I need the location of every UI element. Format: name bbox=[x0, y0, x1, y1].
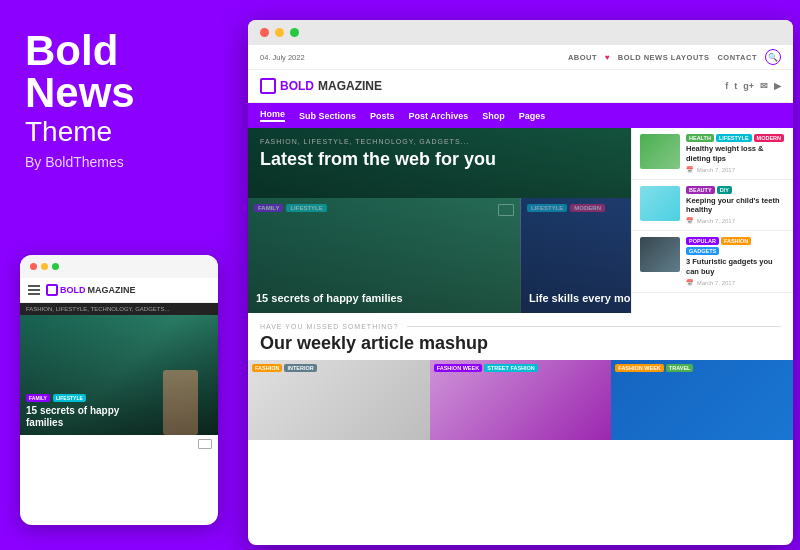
stag-health: HEALTH bbox=[686, 134, 714, 142]
email-icon[interactable]: ✉ bbox=[760, 81, 768, 91]
hero-section: FASHION, LIFESTYLE, TECHNOLOGY, GADGETS.… bbox=[248, 128, 793, 313]
mit-interior: INTERIOR bbox=[284, 364, 316, 372]
mit-travel: TRAVEL bbox=[666, 364, 694, 372]
mashup-section: HAVE YOU MISSED SOMETHING? Our weekly ar… bbox=[248, 313, 793, 360]
heart-icon: ♥ bbox=[605, 53, 610, 62]
brand-name: Bold News bbox=[25, 30, 223, 114]
sidebar-article-3-content: POPULAR FASHION GADGETS 3 Futuristic gad… bbox=[686, 237, 785, 286]
nav-shop[interactable]: Shop bbox=[482, 111, 505, 121]
mobile-tagline: FASHION, LIFESTYLE, TECHNOLOGY, GADGETS.… bbox=[20, 303, 218, 315]
article-card-1[interactable]: FAMILY LIFESTYLE 15 secrets of happy fam… bbox=[248, 198, 520, 313]
search-icon[interactable]: 🔍 bbox=[765, 49, 781, 65]
sidebar-3-tags: POPULAR FASHION GADGETS bbox=[686, 237, 785, 255]
sidebar-articles: HEALTH LIFESTYLE MODERN Healthy weight l… bbox=[631, 128, 793, 313]
sidebar-3-date: 📅 March 7, 2017 bbox=[686, 279, 785, 286]
facebook-icon[interactable]: f bbox=[725, 81, 728, 91]
sidebar-2-date: 📅 March 7, 2017 bbox=[686, 217, 785, 224]
sidebar-article-2-content: BEAUTY DIY Keeping your child's teeth he… bbox=[686, 186, 785, 225]
browser-chrome bbox=[248, 20, 793, 45]
sidebar-thumb-2 bbox=[640, 186, 680, 221]
brand-theme: Theme bbox=[25, 116, 223, 148]
hamburger-icon[interactable] bbox=[28, 285, 40, 295]
mit-fashion-1: FASHION bbox=[252, 364, 282, 372]
stag-popular: POPULAR bbox=[686, 237, 719, 245]
left-panel: Bold News Theme By BoldThemes BOLD MAGAZ… bbox=[0, 0, 248, 550]
mashup-img-1[interactable]: FASHION INTERIOR bbox=[248, 360, 430, 440]
topbar-about[interactable]: ABOUT bbox=[568, 53, 597, 62]
sidebar-3-title: 3 Futuristic gadgets you can buy bbox=[686, 257, 785, 277]
mobile-hero-title: 15 secrets of happyfamilies bbox=[26, 405, 212, 429]
mobile-bottom bbox=[20, 435, 218, 453]
mashup-img-3-tags: FASHION WEEK TRAVEL bbox=[615, 364, 693, 372]
site-topbar: 04. July 2022 ABOUT ♥ BOLD NEWS LAYOUTS … bbox=[248, 45, 793, 70]
topbar-contact[interactable]: CONTACT bbox=[717, 53, 757, 62]
sidebar-article-3[interactable]: POPULAR FASHION GADGETS 3 Futuristic gad… bbox=[632, 231, 793, 293]
browser-dot-green[interactable] bbox=[290, 28, 299, 37]
browser-dot-red[interactable] bbox=[260, 28, 269, 37]
topbar-right: ABOUT ♥ BOLD NEWS LAYOUTS CONTACT 🔍 bbox=[568, 49, 781, 65]
sidebar-2-tags: BEAUTY DIY bbox=[686, 186, 785, 194]
sidebar-1-date: 📅 March 7, 2017 bbox=[686, 166, 785, 173]
mashup-images: FASHION INTERIOR FASHION WEEK STREET FAS… bbox=[248, 360, 793, 440]
mobile-dot-red bbox=[30, 263, 37, 270]
mashup-label: HAVE YOU MISSED SOMETHING? bbox=[260, 323, 781, 330]
sidebar-1-tags: HEALTH LIFESTYLE MODERN bbox=[686, 134, 785, 142]
sidebar-article-2[interactable]: BEAUTY DIY Keeping your child's teeth he… bbox=[632, 180, 793, 232]
nav-posts[interactable]: Posts bbox=[370, 111, 395, 121]
mit-fashion-week: FASHION WEEK bbox=[434, 364, 482, 372]
topbar-left: 04. July 2022 bbox=[260, 53, 305, 62]
rss-icon[interactable]: ▶ bbox=[774, 81, 781, 91]
mobile-hero: FAMILY LIFESTYLE 15 secrets of happyfami… bbox=[20, 315, 218, 435]
mobile-dots bbox=[20, 255, 218, 278]
sidebar-2-title: Keeping your child's teeth healthy bbox=[686, 196, 785, 216]
site-header: BOLD MAGAZINE f t g+ ✉ ▶ bbox=[248, 70, 793, 103]
social-icons: f t g+ ✉ ▶ bbox=[725, 81, 781, 91]
mashup-title: Our weekly article mashup bbox=[260, 333, 781, 354]
mashup-img-2[interactable]: FASHION WEEK STREET FASHION bbox=[430, 360, 612, 440]
nav-home[interactable]: Home bbox=[260, 109, 285, 122]
mobile-logo: BOLD MAGAZINE bbox=[46, 284, 136, 296]
logo-icon bbox=[260, 78, 276, 94]
twitter-icon[interactable]: t bbox=[734, 81, 737, 91]
mobile-dot-green bbox=[52, 263, 59, 270]
sidebar-thumb-3 bbox=[640, 237, 680, 272]
topbar-date: 04. July 2022 bbox=[260, 53, 305, 62]
mit-street: STREET FASHION bbox=[484, 364, 538, 372]
article-1-title: 15 secrets of happy families bbox=[256, 291, 512, 305]
brand-by: By BoldThemes bbox=[25, 154, 223, 170]
google-icon[interactable]: g+ bbox=[743, 81, 754, 91]
browser-dot-yellow[interactable] bbox=[275, 28, 284, 37]
browser-mockup: 04. July 2022 ABOUT ♥ BOLD NEWS LAYOUTS … bbox=[248, 20, 793, 545]
topbar-bold-news[interactable]: BOLD NEWS LAYOUTS bbox=[618, 53, 710, 62]
mobile-dot-yellow bbox=[41, 263, 48, 270]
image-icon bbox=[198, 439, 212, 449]
nav-pages[interactable]: Pages bbox=[519, 111, 546, 121]
site-logo: BOLD MAGAZINE bbox=[260, 78, 382, 94]
mashup-img-2-tags: FASHION WEEK STREET FASHION bbox=[434, 364, 538, 372]
mashup-img-1-tags: FASHION INTERIOR bbox=[252, 364, 317, 372]
stag-lifestyle: LIFESTYLE bbox=[716, 134, 752, 142]
sidebar-thumb-1 bbox=[640, 134, 680, 169]
site-nav: Home Sub Sections Posts Post Archives Sh… bbox=[248, 103, 793, 128]
calendar-icon-2: 📅 bbox=[686, 218, 693, 224]
mobile-mockup: BOLD MAGAZINE FASHION, LIFESTYLE, TECHNO… bbox=[20, 255, 218, 525]
mobile-logo-icon bbox=[46, 284, 58, 296]
mit-fashion-3: FASHION WEEK bbox=[615, 364, 663, 372]
mobile-header: BOLD MAGAZINE bbox=[20, 278, 218, 303]
calendar-icon-3: 📅 bbox=[686, 280, 693, 286]
nav-post-archives[interactable]: Post Archives bbox=[409, 111, 469, 121]
stag-gadgets: GADGETS bbox=[686, 247, 719, 255]
mashup-img-3[interactable]: FASHION WEEK TRAVEL bbox=[611, 360, 793, 440]
nav-sub-sections[interactable]: Sub Sections bbox=[299, 111, 356, 121]
sidebar-article-1[interactable]: HEALTH LIFESTYLE MODERN Healthy weight l… bbox=[632, 128, 793, 180]
stag-modern: MODERN bbox=[754, 134, 784, 142]
stag-beauty: BEAUTY bbox=[686, 186, 715, 194]
stag-diy: DIY bbox=[717, 186, 732, 194]
article-1-content: 15 secrets of happy families bbox=[256, 291, 512, 305]
calendar-icon-1: 📅 bbox=[686, 167, 693, 173]
sidebar-1-title: Healthy weight loss & dieting tips bbox=[686, 144, 785, 164]
stag-fashion: FASHION bbox=[721, 237, 751, 245]
sidebar-article-1-content: HEALTH LIFESTYLE MODERN Healthy weight l… bbox=[686, 134, 785, 173]
